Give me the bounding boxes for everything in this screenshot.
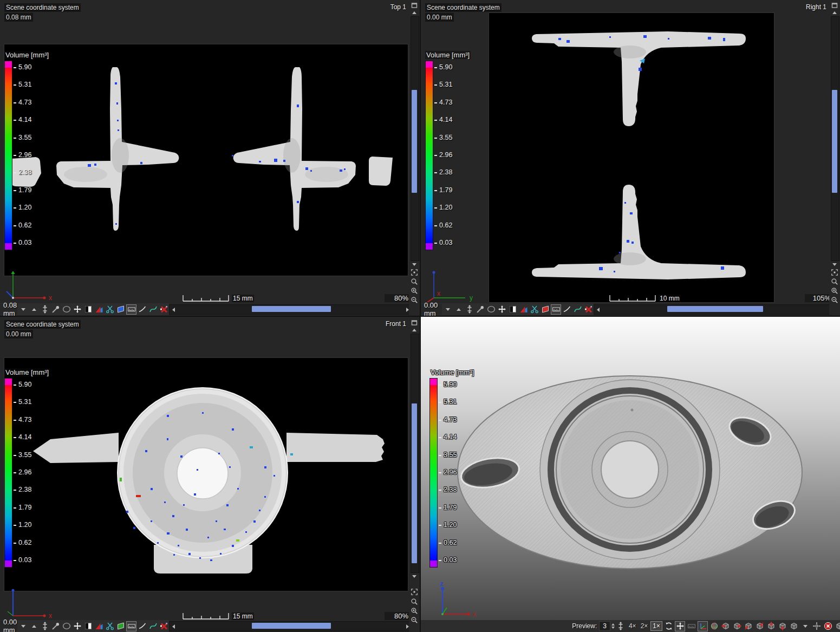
slice-slider-icon[interactable] [40, 621, 50, 631]
vertical-scrollbar-thumb[interactable] [832, 90, 837, 193]
contrast-icon[interactable] [507, 304, 518, 315]
contrast-icon[interactable] [83, 304, 93, 315]
preview-spinner[interactable] [611, 623, 615, 629]
pan-icon[interactable] [675, 621, 685, 631]
zoom-in-icon[interactable] [830, 286, 839, 295]
delete-measurements-icon[interactable] [583, 304, 594, 315]
speed-2x-button[interactable]: 2× [639, 622, 650, 630]
scissors-icon[interactable] [529, 304, 539, 315]
speed-1x-button[interactable]: 1× [650, 621, 662, 631]
slice-position-field[interactable]: 0.00 mm [0, 621, 17, 631]
maximize-viewport-button[interactable] [410, 1, 419, 9]
zoom-in-icon[interactable] [410, 286, 419, 295]
slice-slider-icon[interactable] [464, 304, 474, 315]
dropdown-caret-icon[interactable] [18, 621, 28, 631]
scroll-left-button[interactable] [594, 308, 602, 312]
histogram-icon[interactable] [518, 304, 529, 315]
center-view-icon[interactable] [811, 621, 822, 631]
view-cube-top-icon[interactable] [766, 621, 776, 631]
horizontal-scrollbar[interactable] [169, 304, 412, 315]
ellipse-roi-icon[interactable] [61, 621, 71, 631]
maximize-viewport-button[interactable] [410, 318, 419, 327]
magnifier-icon[interactable] [410, 277, 419, 285]
horizontal-scrollbar-thumb[interactable] [252, 623, 331, 629]
clip-plane-icon[interactable] [540, 304, 550, 315]
ellipse-roi-icon[interactable] [61, 304, 71, 315]
view-cube-back-icon[interactable] [754, 621, 765, 631]
zoom-out-icon[interactable] [830, 296, 839, 304]
pan-icon[interactable] [72, 621, 82, 631]
dropdown-caret-icon[interactable] [18, 304, 28, 315]
spline-icon[interactable] [148, 304, 158, 315]
magnifier-icon[interactable] [410, 597, 419, 605]
delete-measurements-icon[interactable] [159, 621, 169, 631]
horizontal-scrollbar-thumb[interactable] [252, 306, 331, 312]
vertical-scrollbar-thumb[interactable] [412, 90, 417, 193]
slice-slider-icon[interactable] [616, 621, 626, 631]
view-cube-left-icon[interactable] [720, 621, 731, 631]
slice-canvas-front[interactable] [4, 357, 408, 591]
slice-canvas-right[interactable] [489, 12, 774, 303]
spline-icon[interactable] [148, 621, 158, 631]
slice-canvas-top[interactable] [4, 44, 408, 276]
view-cube-front-icon[interactable] [743, 621, 753, 631]
preview-value-field[interactable]: 3 [599, 621, 610, 631]
vertical-scrollbar[interactable] [411, 16, 419, 261]
scroll-up-button[interactable] [410, 326, 419, 334]
slice-position-field[interactable]: 0.00 mm [421, 304, 442, 315]
fit-view-icon[interactable] [410, 588, 419, 596]
horizontal-scrollbar[interactable] [169, 621, 412, 631]
pin-icon[interactable] [50, 621, 61, 631]
zoom-out-icon[interactable] [410, 616, 419, 624]
scissors-icon[interactable] [105, 621, 115, 631]
delete-measurements-icon[interactable] [159, 304, 169, 315]
ellipse-roi-icon[interactable] [486, 304, 496, 315]
fit-view-icon[interactable] [830, 268, 839, 276]
pan-icon[interactable] [497, 304, 507, 315]
scroll-left-button[interactable] [170, 624, 177, 629]
clip-plane-icon[interactable] [115, 621, 126, 631]
histogram-icon[interactable] [94, 621, 104, 631]
pan-icon[interactable] [72, 304, 82, 315]
view-cube-right-icon[interactable] [732, 621, 742, 631]
record-rotation-icon[interactable] [823, 621, 833, 631]
slice-position-field[interactable]: 0.08 mm [0, 304, 17, 315]
vertical-scrollbar[interactable] [831, 16, 839, 261]
scroll-left-button[interactable] [170, 308, 177, 312]
pin-icon[interactable] [475, 304, 485, 315]
ruler-tool-icon[interactable] [126, 621, 136, 631]
scroll-up-button[interactable] [410, 9, 419, 17]
ruler-tool-icon[interactable] [551, 304, 561, 315]
step-up-icon[interactable] [453, 304, 464, 315]
zoom-out-icon[interactable] [410, 296, 419, 304]
view-preset-caret-icon[interactable] [800, 621, 810, 631]
horizontal-scrollbar[interactable] [594, 304, 838, 315]
polyline-icon[interactable] [137, 621, 147, 631]
step-up-icon[interactable] [29, 621, 39, 631]
dropdown-caret-icon[interactable] [442, 304, 453, 315]
view-cube-bottom-icon[interactable] [777, 621, 787, 631]
slice-slider-icon[interactable] [40, 304, 50, 315]
scroll-down-button[interactable] [830, 260, 839, 269]
vertical-scrollbar[interactable] [411, 334, 419, 573]
scroll-up-button[interactable] [830, 9, 839, 17]
scissors-icon[interactable] [105, 304, 115, 315]
clip-plane-icon[interactable] [115, 304, 126, 315]
pin-icon[interactable] [50, 304, 61, 315]
magnifier-icon[interactable] [830, 277, 839, 285]
scroll-down-button[interactable] [410, 260, 419, 269]
trackball-icon[interactable] [709, 621, 719, 631]
rotate-3d-icon[interactable] [663, 621, 674, 631]
maximize-viewport-button[interactable] [830, 1, 839, 9]
polyline-icon[interactable] [562, 304, 572, 315]
step-up-icon[interactable] [29, 304, 39, 315]
contrast-icon[interactable] [83, 621, 93, 631]
vertical-scrollbar-thumb[interactable] [412, 403, 417, 563]
histogram-icon[interactable] [94, 304, 104, 315]
zoom-in-icon[interactable] [410, 607, 419, 615]
ruler-tool-icon[interactable] [126, 304, 136, 315]
view-cube-dropdown-icon[interactable] [789, 621, 799, 631]
fit-view-icon[interactable] [410, 268, 419, 276]
horizontal-scrollbar-thumb[interactable] [667, 306, 763, 312]
scroll-down-button[interactable] [410, 572, 419, 581]
